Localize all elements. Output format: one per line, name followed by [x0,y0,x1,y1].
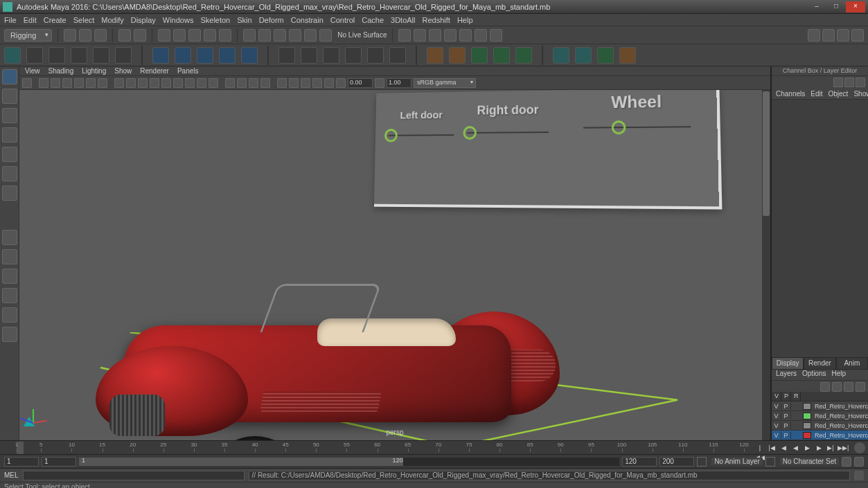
layout-icon[interactable] [2,327,17,342]
shelf-icon[interactable] [553,47,569,64]
panel-menu-panels[interactable]: Panels [177,67,199,75]
exposure-input[interactable]: 0.00 [348,78,373,88]
range-icon[interactable] [842,457,851,467]
gamma-icon[interactable] [375,78,384,88]
colorspace-dropdown[interactable]: sRGB gamma [414,78,476,88]
layout-icon[interactable] [2,269,17,284]
layer-icon[interactable] [856,382,865,392]
menu-windows[interactable]: Windows [163,16,194,24]
range-end-inner[interactable]: 120 [622,457,657,467]
cb-menu-object[interactable]: Object [829,90,849,99]
go-end-icon[interactable]: ▶▶| [838,443,847,453]
range-icon[interactable] [854,457,864,467]
shelf-icon[interactable] [219,47,236,64]
layout-icon[interactable] [2,230,17,245]
panel-icon[interactable] [86,78,96,88]
menu-cache[interactable]: Cache [362,16,384,24]
selmask-icon[interactable] [204,29,216,42]
shelf-icon[interactable] [449,47,466,64]
wheel-slider[interactable] [583,120,691,135]
viewport-scrollbar[interactable] [762,90,770,440]
prev-frame-icon[interactable]: ◀ [779,443,788,453]
save-scene-icon[interactable] [94,29,107,42]
menu-constrain[interactable]: Constrain [291,16,324,24]
lasso-tool-icon[interactable] [2,89,17,104]
new-scene-icon[interactable] [64,29,76,42]
panel-menu-lighting[interactable]: Lighting [82,67,106,75]
render-icon[interactable] [490,29,502,42]
menu-deform[interactable]: Deform [259,16,284,24]
shelf-icon[interactable] [471,47,488,64]
minimize-button[interactable]: – [807,1,826,12]
cb-menu-edit[interactable]: Edit [811,90,822,99]
shelf-icon[interactable] [48,47,65,64]
panel-menu-shading[interactable]: Shading [48,67,74,75]
panel-layout-icon[interactable] [808,29,820,42]
panel-icon[interactable] [150,78,159,88]
layer-icon[interactable] [832,382,842,392]
cb-sub-help[interactable]: Help [831,370,846,380]
menu-set-dropdown[interactable]: Rigging [4,29,52,42]
panel-icon[interactable] [237,78,247,88]
shelf-icon[interactable] [152,47,169,64]
layer-row[interactable]: VPRed_Retro_Hovercar_C... [772,421,868,431]
prev-key-icon[interactable]: |◀ [767,443,777,453]
cb-tab-display[interactable]: Display [772,357,804,370]
panel-icon[interactable] [225,78,235,88]
move-tool-icon[interactable] [2,127,17,143]
layer-row[interactable]: VPRed_Retro_Hovercar_C... [772,411,868,421]
panel-menu-view[interactable]: View [25,67,40,75]
shelf-icon[interactable] [323,47,339,64]
shelf-icon[interactable] [4,47,21,64]
snap-curve-icon[interactable] [258,29,271,42]
range-start-inner[interactable]: 1 [42,457,76,467]
range-track[interactable]: 1 120 [79,458,619,466]
time-slider[interactable]: 1510152025303540455055606570758085909510… [0,440,868,454]
panel-layout-icon[interactable] [822,29,835,42]
left-door-slider[interactable] [388,128,454,142]
close-button[interactable]: × [846,1,865,12]
shelf-icon[interactable] [278,47,295,64]
scale-tool-icon[interactable] [2,166,17,181]
panel-icon[interactable] [277,78,287,88]
selmask-icon[interactable] [219,29,231,42]
panel-icon[interactable] [324,78,334,88]
shelf-icon[interactable] [367,47,384,64]
selmask-icon[interactable] [173,29,186,42]
viewport[interactable]: Left door Right door Wheel persp [19,90,770,440]
menu-display[interactable]: Display [131,16,156,24]
menu-help[interactable]: Help [457,16,473,24]
selmask-icon[interactable] [188,29,201,42]
cb-tab-anim[interactable]: Anim [836,357,868,370]
panel-icon[interactable] [301,78,310,88]
cb-tab-render[interactable]: Render [804,357,835,370]
menu-edit[interactable]: Edit [24,16,37,24]
shelf-icon[interactable] [493,47,510,64]
cb-menu-channels[interactable]: Channels [776,90,805,99]
menu-file[interactable]: File [4,16,17,24]
next-key-icon[interactable]: ▶| [826,443,835,453]
gamma-input[interactable]: 1.00 [387,78,411,88]
cb-sub-options[interactable]: Options [802,370,826,380]
script-lang-label[interactable]: MEL [4,471,19,479]
panel-icon[interactable] [260,78,270,88]
paint-select-tool-icon[interactable] [2,108,17,123]
render-icon[interactable] [459,29,472,42]
layer-row[interactable]: VPRed_Retro_Hovercar_C... [772,431,868,440]
panel-icon[interactable] [197,78,206,88]
go-start-icon[interactable]: |◀◀ [755,443,765,453]
menu-3dtoall[interactable]: 3DtoAll [391,16,415,24]
shelf-icon[interactable] [175,47,191,64]
layout-icon[interactable] [2,249,17,264]
range-end-outer[interactable]: 200 [659,457,694,467]
selmask-icon[interactable] [158,29,170,42]
panel-icon[interactable] [209,78,218,88]
layer-icon[interactable] [844,382,853,392]
panel-icon[interactable] [249,78,258,88]
panel-icon[interactable] [289,78,299,88]
panel-icon[interactable] [161,78,171,88]
menu-modify[interactable]: Modify [101,16,123,24]
select-tool-icon[interactable] [2,69,17,84]
panel-icon[interactable] [51,78,60,88]
maximize-button[interactable]: □ [826,1,846,12]
